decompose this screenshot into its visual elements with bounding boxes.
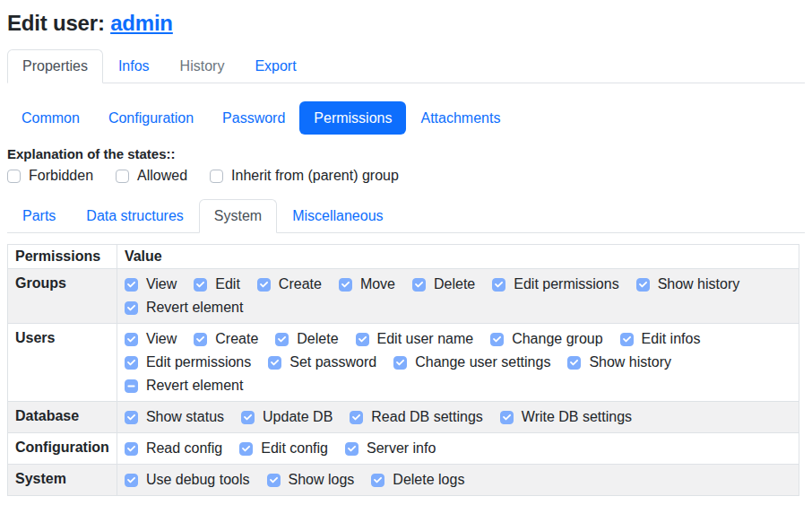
permission-option-edit-user-name[interactable]: Edit user name <box>356 331 474 347</box>
checkbox-checked[interactable] <box>393 356 407 370</box>
checkbox-label: Set password <box>289 354 376 370</box>
checkbox-checked[interactable] <box>125 301 138 315</box>
permission-option-use-debug-tools[interactable]: Use debug tools <box>125 472 250 488</box>
permission-option-edit-config[interactable]: Edit config <box>239 440 328 457</box>
checkbox-label: Revert element <box>146 300 244 316</box>
checkbox-checked[interactable] <box>275 333 289 346</box>
row-value-cell: ViewEditCreateMoveDeleteEdit permissions… <box>117 269 799 324</box>
table-header-row: Permissions Value <box>8 245 799 269</box>
checkbox-label: Write DB settings <box>522 409 632 425</box>
permission-option-server-info[interactable]: Server info <box>345 440 436 457</box>
checkbox-checked[interactable] <box>567 356 581 370</box>
table-row-configuration: ConfigurationRead configEdit configServe… <box>8 433 799 465</box>
checkbox-checked[interactable] <box>412 278 426 292</box>
page-title: Edit user: admin <box>7 11 805 36</box>
checkbox-checked[interactable] <box>636 278 650 292</box>
checkbox-checked[interactable] <box>490 333 504 346</box>
permission-option-create[interactable]: Create <box>194 331 258 347</box>
table-row-system: SystemUse debug toolsShow logsDelete log… <box>8 465 799 496</box>
checkbox-checked[interactable] <box>257 278 271 292</box>
permission-option-show-history[interactable]: Show history <box>636 276 740 292</box>
permission-option-edit-permissions[interactable]: Edit permissions <box>125 354 251 370</box>
checkbox-unchecked[interactable] <box>7 170 21 183</box>
permission-option-read-config[interactable]: Read config <box>125 440 222 457</box>
user-link[interactable]: admin <box>110 11 173 35</box>
legend-item-allowed[interactable]: Allowed <box>116 168 187 184</box>
checkbox-checked[interactable] <box>241 411 255 424</box>
permission-option-show-history[interactable]: Show history <box>567 354 671 370</box>
checkbox-checked[interactable] <box>267 474 281 487</box>
checkbox-checked[interactable] <box>194 278 207 292</box>
tab-infos[interactable]: Infos <box>103 49 165 83</box>
checkbox-unchecked[interactable] <box>116 170 129 183</box>
legend-item-inherit-from-parent-group[interactable]: Inherit from (parent) group <box>210 168 399 184</box>
checkbox-checked[interactable] <box>125 333 138 346</box>
checkbox-checked[interactable] <box>339 278 352 292</box>
permission-option-change-user-settings[interactable]: Change user settings <box>393 354 550 370</box>
permission-option-edit-infos[interactable]: Edit infos <box>620 331 701 347</box>
checkbox-checked[interactable] <box>371 474 384 487</box>
checkbox-label: Read DB settings <box>371 409 483 425</box>
permission-option-revert-element[interactable]: Revert element <box>125 378 244 394</box>
tab-properties[interactable]: Properties <box>7 49 103 83</box>
checkbox-label: Change user settings <box>415 354 550 370</box>
subtab-attachments[interactable]: Attachments <box>406 101 514 135</box>
permission-option-delete[interactable]: Delete <box>275 331 338 347</box>
subtab-permissions[interactable]: Permissions <box>299 101 406 135</box>
checkbox-checked[interactable] <box>125 442 138 456</box>
table-row-groups: GroupsViewEditCreateMoveDeleteEdit permi… <box>8 269 799 324</box>
checkbox-checked[interactable] <box>268 356 281 370</box>
table-row-database: DatabaseShow statusUpdate DBRead DB sett… <box>8 402 799 433</box>
checkbox-label: Allowed <box>137 168 187 184</box>
permission-option-view[interactable]: View <box>125 331 177 347</box>
checkbox-checked[interactable] <box>125 278 138 292</box>
checkbox-checked[interactable] <box>239 442 253 456</box>
checkbox-checked[interactable] <box>125 411 138 424</box>
permtab-system[interactable]: System <box>199 199 277 233</box>
checkbox-label: Show logs <box>289 472 355 488</box>
main-tab-bar: PropertiesInfosHistoryExport <box>7 49 805 83</box>
permission-option-revert-element[interactable]: Revert element <box>125 300 244 316</box>
checkbox-checked[interactable] <box>350 411 363 424</box>
permission-option-edit[interactable]: Edit <box>194 276 240 292</box>
permission-option-view[interactable]: View <box>125 276 177 292</box>
row-name: Groups <box>8 269 117 324</box>
checkbox-label: Change group <box>512 331 602 347</box>
permission-option-delete[interactable]: Delete <box>412 276 475 292</box>
checkbox-label: Show history <box>589 354 671 370</box>
checkbox-checked[interactable] <box>356 333 369 346</box>
checkbox-checked[interactable] <box>194 333 207 346</box>
permission-option-show-status[interactable]: Show status <box>125 409 224 425</box>
tab-export[interactable]: Export <box>239 49 311 83</box>
checkbox-unchecked[interactable] <box>210 170 223 183</box>
permission-option-show-logs[interactable]: Show logs <box>267 472 355 488</box>
permission-option-write-db-settings[interactable]: Write DB settings <box>500 409 632 425</box>
legend-item-forbidden[interactable]: Forbidden <box>7 168 93 184</box>
checkbox-label: Server info <box>367 440 436 457</box>
subtab-password[interactable]: Password <box>208 101 299 135</box>
checkbox-checked[interactable] <box>500 411 514 424</box>
checkbox-indeterminate[interactable] <box>125 379 138 393</box>
checkbox-checked[interactable] <box>125 474 138 487</box>
checkbox-checked[interactable] <box>125 356 138 370</box>
permtab-data-structures[interactable]: Data structures <box>71 199 198 233</box>
permission-option-edit-permissions[interactable]: Edit permissions <box>492 276 618 292</box>
permission-option-set-password[interactable]: Set password <box>268 354 376 370</box>
checkbox-checked[interactable] <box>492 278 505 292</box>
subtab-configuration[interactable]: Configuration <box>94 101 208 135</box>
permtab-parts[interactable]: Parts <box>7 199 71 233</box>
checkbox-label: Forbidden <box>29 168 93 184</box>
checkbox-label: Move <box>360 276 395 292</box>
permission-option-delete-logs[interactable]: Delete logs <box>371 472 464 488</box>
permtab-miscellaneous[interactable]: Miscellaneous <box>277 199 398 233</box>
permission-option-change-group[interactable]: Change group <box>490 331 602 347</box>
checkbox-checked[interactable] <box>345 442 358 456</box>
permission-option-update-db[interactable]: Update DB <box>241 409 333 425</box>
checkbox-line: Show statusUpdate DBRead DB settingsWrit… <box>125 405 791 429</box>
permission-option-read-db-settings[interactable]: Read DB settings <box>350 409 483 425</box>
permission-option-move[interactable]: Move <box>339 276 395 292</box>
row-value-cell: ViewCreateDeleteEdit user nameChange gro… <box>117 324 799 402</box>
checkbox-checked[interactable] <box>620 333 634 346</box>
subtab-common[interactable]: Common <box>7 101 94 135</box>
permission-option-create[interactable]: Create <box>257 276 322 292</box>
